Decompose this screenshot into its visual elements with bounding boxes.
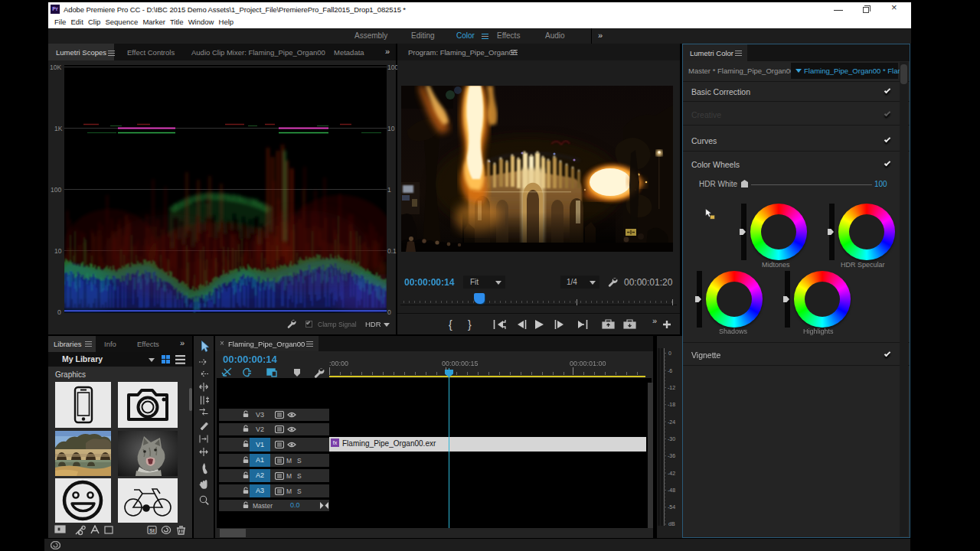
svg-text:0: 0 — [668, 350, 671, 356]
svg-text:{: { — [449, 318, 452, 331]
svg-text:St: St — [149, 528, 155, 533]
svg-text:-12: -12 — [668, 385, 675, 390]
svg-text:-6: -6 — [668, 368, 672, 373]
svg-text:-42: -42 — [668, 471, 675, 476]
svg-text:dB: dB — [668, 521, 675, 527]
svg-text:-36: -36 — [668, 453, 675, 458]
svg-text:-24: -24 — [668, 419, 675, 425]
svg-text:-30: -30 — [668, 436, 675, 442]
svg-text:»: » — [652, 316, 657, 325]
svg-text:-48: -48 — [668, 487, 675, 493]
svg-text:-18: -18 — [668, 402, 675, 407]
svg-text:-54: -54 — [668, 504, 675, 510]
svg-text:}: } — [468, 318, 472, 331]
